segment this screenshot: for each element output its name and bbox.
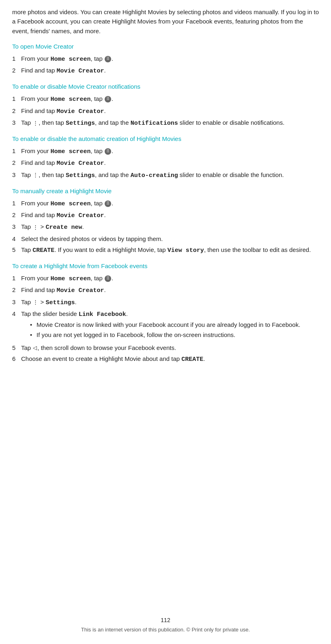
term: Link Facebook (79, 311, 126, 318)
step-text: Tap ◁, then scroll down to browse your F… (21, 343, 319, 352)
term: Movie Creator (57, 68, 104, 75)
term: Notifications (131, 120, 178, 127)
term: Movie Creator (57, 287, 104, 294)
step-number: 2 (12, 66, 21, 75)
step-text: From your Home screen, tap . (21, 54, 319, 64)
step-text: From your Home screen, tap . (21, 94, 319, 104)
section-heading-auto: To enable or disable the automatic creat… (12, 135, 319, 142)
term: Auto-creating (131, 172, 178, 179)
step-item: 2 Find and tap Movie Creator. (12, 106, 319, 116)
steps-open-movie-creator: 1 From your Home screen, tap . 2 Find an… (12, 54, 319, 76)
footer-note: This is an internet version of this publ… (81, 627, 250, 633)
step-text: Find and tap Movie Creator. (21, 158, 319, 168)
step-item: 3 Tap ⋮ > Settings. (12, 297, 319, 307)
apps-icon (105, 96, 111, 102)
apps-icon (105, 56, 111, 62)
step-number: 1 (12, 54, 21, 63)
steps-notifications: 1 From your Home screen, tap . 2 Find an… (12, 94, 319, 128)
term: Movie Creator (57, 108, 104, 115)
bullet-text: If you are not yet logged in to Facebook… (37, 330, 235, 339)
step-text: Tap ⋮ > Settings. (21, 297, 319, 307)
step-number: 2 (12, 158, 21, 167)
step-item: 3 Tap ⋮, then tap Settings, and tap the … (12, 118, 319, 128)
term: Create new (45, 224, 82, 231)
menu-icon: ⋮ (33, 298, 38, 306)
step-item: 3 Tap ⋮, then tap Settings, and tap the … (12, 170, 319, 180)
section-heading-manual: To manually create a Highlight Movie (12, 188, 319, 194)
step-item: 1 From your Home screen, tap . (12, 146, 319, 156)
step-item: 1 From your Home screen, tap . (12, 273, 319, 284)
step-text: From your Home screen, tap . (21, 198, 319, 209)
step-number: 2 (12, 210, 21, 220)
bullet-item: • Movie Creator is now linked with your … (30, 320, 319, 329)
step-number: 2 (12, 285, 21, 294)
section-heading-facebook: To create a Highlight Movie from Faceboo… (12, 262, 319, 269)
step-item: 1 From your Home screen, tap . (12, 198, 319, 209)
step-number: 5 (12, 343, 21, 352)
term: Home screen (51, 275, 91, 282)
step-text: Find and tap Movie Creator. (21, 210, 319, 220)
term: Settings (66, 120, 95, 127)
step-item: 2 Find and tap Movie Creator. (12, 210, 319, 220)
step-text: From your Home screen, tap . (21, 146, 319, 156)
term: Movie Creator (57, 160, 104, 167)
step-number: 3 (12, 170, 21, 179)
menu-icon: ⋮ (33, 171, 38, 179)
step-item: 6 Choose an event to create a Highlight … (12, 354, 319, 364)
bullet-list: • Movie Creator is now linked with your … (30, 320, 319, 340)
step-text: Find and tap Movie Creator. (21, 106, 319, 116)
step-text: Choose an event to create a Highlight Mo… (21, 354, 319, 364)
steps-auto: 1 From your Home screen, tap . 2 Find an… (12, 146, 319, 180)
term: CREATE (32, 247, 54, 254)
steps-manual: 1 From your Home screen, tap . 2 Find an… (12, 198, 319, 255)
step-number: 1 (12, 198, 21, 208)
term: Home screen (51, 200, 91, 207)
term: Settings (45, 299, 75, 306)
intro-paragraph: more photos and videos. You can create H… (12, 7, 319, 36)
menu-icon: ⋮ (33, 119, 38, 127)
step-item: 4 Select the desired photos or videos by… (12, 234, 319, 243)
step-item: 4 Tap the slider beside Link Facebook. •… (12, 309, 319, 341)
page-number: 112 (0, 617, 331, 623)
step-number: 5 (12, 245, 21, 254)
step-number: 1 (12, 273, 21, 283)
step-text: Tap ⋮, then tap Settings, and tap the Au… (21, 170, 319, 180)
step-number: 4 (12, 309, 21, 318)
section-heading-open: To open Movie Creator (12, 43, 319, 50)
step-item: 5 Tap ◁, then scroll down to browse your… (12, 343, 319, 352)
page-content: more photos and videos. You can create H… (0, 0, 331, 404)
step-text: From your Home screen, tap . (21, 273, 319, 284)
step-item: 2 Find and tap Movie Creator. (12, 158, 319, 168)
term: Home screen (51, 148, 91, 155)
steps-facebook: 1 From your Home screen, tap . 2 Find an… (12, 273, 319, 364)
term: Settings (66, 172, 95, 179)
step-number: 3 (12, 297, 21, 307)
step-text: Find and tap Movie Creator. (21, 66, 319, 76)
step-text: Tap ⋮, then tap Settings, and tap the No… (21, 118, 319, 128)
apps-icon (105, 275, 111, 282)
step-item: 2 Find and tap Movie Creator. (12, 285, 319, 295)
page-footer: 112 This is an internet version of this … (0, 617, 331, 633)
bullet-dot: • (30, 320, 37, 329)
apps-icon (105, 200, 111, 207)
apps-icon (105, 148, 111, 155)
term: View story (168, 247, 204, 254)
section-heading-notifications: To enable or disable Movie Creator notif… (12, 83, 319, 90)
step-number: 1 (12, 94, 21, 103)
step-text: Tap the slider beside Link Facebook. • M… (21, 309, 319, 341)
term: Movie Creator (57, 212, 104, 219)
step-text: Select the desired photos or videos by t… (21, 234, 319, 243)
step-item: 1 From your Home screen, tap . (12, 54, 319, 64)
bullet-text: Movie Creator is now linked with your Fa… (37, 320, 300, 329)
bullet-item: • If you are not yet logged in to Facebo… (30, 330, 319, 339)
step-item: 5 Tap CREATE. If you want to edit a High… (12, 245, 319, 255)
step-number: 3 (12, 222, 21, 231)
step-number: 6 (12, 354, 21, 363)
term: Home screen (51, 56, 91, 63)
step-item: 1 From your Home screen, tap . (12, 94, 319, 104)
step-text: Find and tap Movie Creator. (21, 285, 319, 295)
step-item: 2 Find and tap Movie Creator. (12, 66, 319, 76)
back-icon: ◁ (33, 344, 37, 352)
step-text: Tap ⋮ > Create new. (21, 222, 319, 232)
term: Home screen (51, 96, 91, 103)
